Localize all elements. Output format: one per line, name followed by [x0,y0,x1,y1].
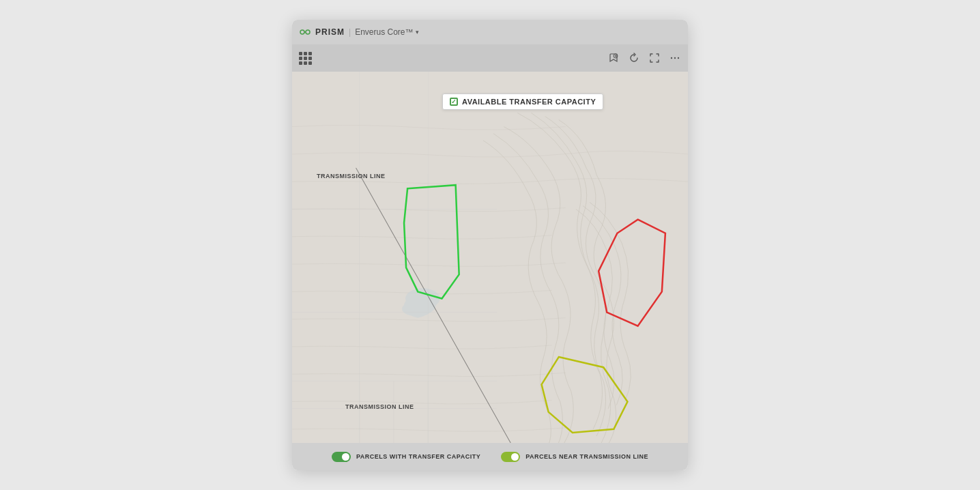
title-separator: | [349,27,351,37]
product-name[interactable]: Enverus Core™ ▾ [355,27,418,37]
app-window: PRISM | Enverus Core™ ▾ [292,20,688,470]
transmission-line-label-2: TRANSMISSION LINE [345,403,414,412]
map-tooltip: AVAILABLE TRANSFER CAPACITY [442,93,603,110]
legend-item-transfer-capacity: PARCELS WITH TRANSFER CAPACITY [332,452,480,462]
toggle-parcels-transfer[interactable] [332,452,351,462]
svg-point-1 [306,30,310,34]
legend-label-transfer: PARCELS WITH TRANSFER CAPACITY [356,453,480,460]
fullscreen-icon[interactable] [648,52,661,64]
map-svg [292,72,688,443]
svg-rect-7 [292,72,688,443]
tooltip-checkbox-icon [450,98,458,106]
title-bar: PRISM | Enverus Core™ ▾ [292,20,688,44]
legend-label-transmission: PARCELS NEAR TRANSMISSION LINE [525,453,648,460]
tooltip-label: AVAILABLE TRANSFER CAPACITY [462,98,596,106]
more-options-icon[interactable] [669,52,681,64]
svg-point-4 [671,57,672,59]
refresh-icon[interactable] [628,52,640,64]
svg-point-6 [678,57,679,59]
bookmark-icon[interactable] [607,52,620,64]
bottom-bar: PARCELS WITH TRANSFER CAPACITY PARCELS N… [292,443,688,470]
chevron-down-icon: ▾ [416,29,419,35]
title-bar-logo: PRISM | Enverus Core™ ▾ [299,26,419,38]
map-container[interactable]: AVAILABLE TRANSFER CAPACITY TRANSMISSION… [292,72,688,443]
toolbar-right [607,52,681,64]
transmission-line-label-1: TRANSMISSION LINE [317,173,386,181]
toolbar [292,44,688,72]
grid-menu-icon[interactable] [299,52,312,65]
toolbar-left [299,52,312,65]
svg-point-5 [674,57,676,59]
svg-point-0 [300,30,304,34]
app-name: PRISM [315,27,345,37]
prism-logo-icon [299,26,311,38]
toggle-parcels-transmission[interactable] [501,452,520,462]
legend-item-transmission-line: PARCELS NEAR TRANSMISSION LINE [501,452,648,462]
